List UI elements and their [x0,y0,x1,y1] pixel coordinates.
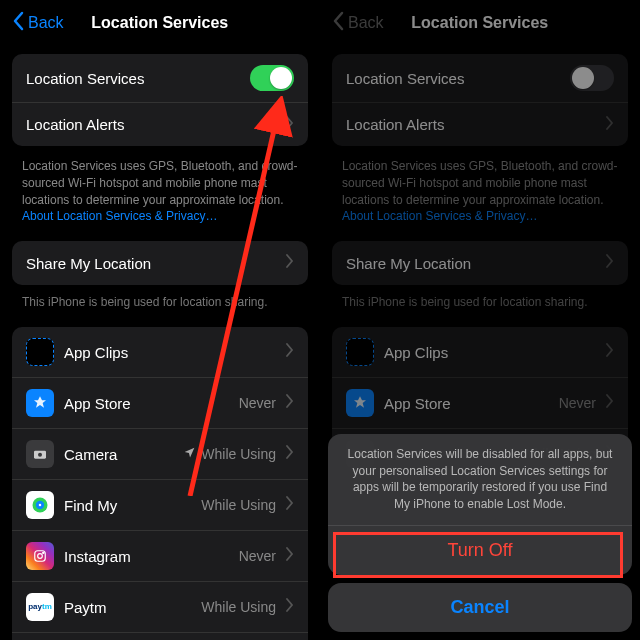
group-main: Location Services Location Alerts [12,54,308,146]
chevron-right-icon [286,547,294,565]
sheet-body: Location Services will be disabled for a… [328,434,632,575]
row-location-services[interactable]: Location Services [12,54,308,102]
header: Back Location Services [0,0,320,50]
app-row[interactable]: ₽PhonePeWhile Using [12,632,308,640]
description-text: Location Services uses GPS, Bluetooth, a… [0,156,320,237]
app-name: Paytm [64,599,191,616]
dimmed-content: Back Location Services Location Services… [320,0,640,479]
chevron-right-icon [606,116,614,134]
app-value: While Using [183,446,276,462]
svg-point-7 [43,552,44,553]
cancel-button[interactable]: Cancel [328,583,632,632]
app-value: Never [559,395,596,411]
app-icon [26,389,54,417]
row-label: Share My Location [346,255,596,272]
app-value: Never [239,548,276,564]
app-value: Never [239,395,276,411]
chevron-right-icon [286,496,294,514]
app-icon [26,491,54,519]
panel-left: Back Location Services Location Services… [0,0,320,640]
app-row[interactable]: App Clips [12,327,308,377]
app-name: App Store [64,395,229,412]
app-name: App Clips [64,344,266,361]
row-label: Share My Location [26,255,276,272]
svg-point-4 [39,504,42,507]
app-row[interactable]: App StoreNever [332,377,628,428]
app-value: While Using [201,497,276,513]
group-main: Location Services Location Alerts [332,54,628,146]
app-row[interactable]: Find MyWhile Using [12,479,308,530]
toggle-location-services[interactable] [250,65,294,91]
svg-point-1 [38,453,42,457]
app-icon [346,389,374,417]
app-icon [26,542,54,570]
chevron-right-icon [286,116,294,134]
app-icon [346,338,374,366]
chevron-right-icon [286,445,294,463]
app-row[interactable]: paytmPaytmWhile Using [12,581,308,632]
header: Back Location Services [320,0,640,50]
row-label: Location Alerts [26,116,276,133]
app-name: App Store [384,395,549,412]
description-text: Location Services uses GPS, Bluetooth, a… [320,156,640,237]
share-footnote: This iPhone is being used for location s… [320,295,640,323]
page-title: Location Services [12,14,308,32]
row-location-services[interactable]: Location Services [332,54,628,102]
app-name: Find My [64,497,191,514]
share-footnote: This iPhone is being used for location s… [0,295,320,323]
chevron-right-icon [606,394,614,412]
panel-right: Back Location Services Location Services… [320,0,640,640]
chevron-right-icon [606,254,614,272]
app-value: While Using [201,599,276,615]
row-label: Location Services [26,70,240,87]
row-label: Location Services [346,70,560,87]
privacy-link[interactable]: About Location Services & Privacy… [22,209,217,223]
app-row[interactable]: App StoreNever [12,377,308,428]
app-row[interactable]: CameraWhile Using [12,428,308,479]
app-row[interactable]: App Clips [332,327,628,377]
app-name: Instagram [64,548,229,565]
app-row[interactable]: InstagramNever [12,530,308,581]
row-share-location[interactable]: Share My Location [332,241,628,285]
app-name: App Clips [384,344,586,361]
app-icon [26,338,54,366]
action-sheet: Location Services will be disabled for a… [320,426,640,640]
chevron-right-icon [606,343,614,361]
toggle-knob [572,67,594,89]
chevron-right-icon [286,343,294,361]
app-icon: paytm [26,593,54,621]
group-apps: App ClipsApp StoreNeverCameraWhile Using… [12,327,308,640]
chevron-right-icon [286,598,294,616]
sheet-message: Location Services will be disabled for a… [328,434,632,526]
row-share-location[interactable]: Share My Location [12,241,308,285]
svg-point-6 [38,554,43,559]
row-location-alerts[interactable]: Location Alerts [332,102,628,146]
chevron-right-icon [286,394,294,412]
toggle-location-services[interactable] [570,65,614,91]
toggle-knob [270,67,292,89]
row-label: Location Alerts [346,116,596,133]
group-share: Share My Location [12,241,308,285]
chevron-right-icon [286,254,294,272]
group-share: Share My Location [332,241,628,285]
app-icon [26,440,54,468]
turn-off-button[interactable]: Turn Off [328,526,632,575]
app-name: Camera [64,446,173,463]
privacy-link[interactable]: About Location Services & Privacy… [342,209,537,223]
location-arrow-icon [183,446,196,462]
row-location-alerts[interactable]: Location Alerts [12,102,308,146]
page-title: Location Services [332,14,628,32]
